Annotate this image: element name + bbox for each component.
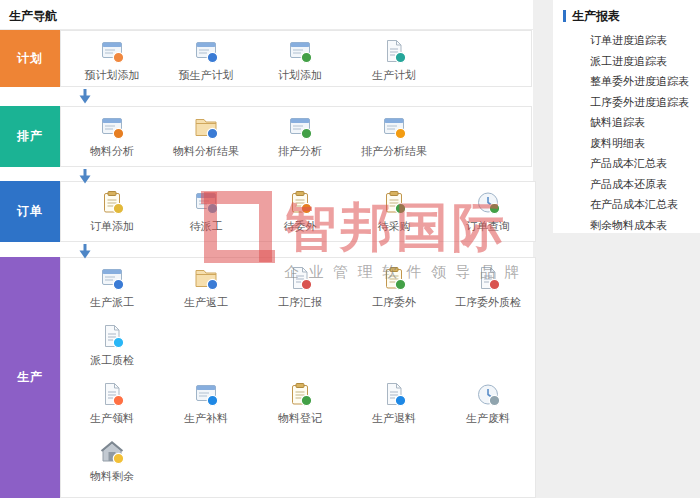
item-line: 物料剩余 [61, 432, 535, 490]
workflow-container: 计划预计划添加预生产计划计划添加生产计划排产物料分析物料分析结果排产分析排产分析… [0, 30, 533, 498]
stacked-windows-icon [193, 189, 219, 215]
nav-item-label: 物料登记 [278, 411, 322, 426]
main-area: 生产导航 计划预计划添加预生产计划计划添加生产计划排产物料分析物料分析结果排产分… [0, 0, 533, 498]
flow-gap [0, 242, 533, 257]
sidebar-title: 生产报表 [572, 8, 620, 25]
item-line: 预计划添加预生产计划计划添加生产计划 [61, 31, 531, 86]
clipboard-out-icon [287, 189, 313, 215]
sidebar-title-row: 生产报表 [553, 8, 700, 24]
report-list: 订单进度追踪表派工进度追踪表整单委外进度追踪表工序委外进度追踪表缺料追踪表废料明… [553, 30, 700, 235]
nav-item-label: 待派工 [190, 219, 223, 234]
item-line: 生产领料生产补料物料登记生产退料生产废料 [61, 374, 535, 432]
category-row-4: 生产生产派工生产返工工序汇报工序委外工序委外质检派工质检生产领料生产补料物料登记… [0, 257, 533, 498]
clipboard-reg-icon [287, 381, 313, 407]
clock-waste-icon [475, 381, 501, 407]
sidebar-accent-bar [563, 10, 566, 22]
nav-item-label: 待采购 [378, 219, 411, 234]
nav-item[interactable]: 生产废料 [441, 374, 535, 426]
nav-item[interactable]: 生产返工 [159, 258, 253, 310]
page-header: 生产导航 [0, 0, 533, 30]
report-link[interactable]: 剩余物料成本表 [553, 215, 700, 236]
category-label: 排产 [0, 106, 60, 167]
report-link[interactable]: 订单进度追踪表 [553, 30, 700, 51]
nav-item[interactable]: 计划添加 [253, 31, 347, 83]
window-pie-icon [381, 114, 407, 140]
nav-item[interactable]: 生产计划 [347, 31, 441, 83]
nav-item-label: 计划添加 [278, 68, 322, 83]
nav-item-label: 订单添加 [90, 219, 134, 234]
nav-item-label: 物料分析结果 [173, 144, 239, 159]
nav-item[interactable]: 排产分析结果 [347, 107, 441, 159]
item-line: 派工质检 [61, 316, 535, 374]
doc-return-icon [381, 381, 407, 407]
nav-item-label: 派工质检 [90, 353, 134, 368]
nav-item[interactable]: 物料登记 [253, 374, 347, 426]
nav-item-label: 生产补料 [184, 411, 228, 426]
report-sidebar: 生产报表 订单进度追踪表派工进度追踪表整单委外进度追踪表工序委外进度追踪表缺料追… [553, 0, 700, 233]
doc-shield-icon [99, 323, 125, 349]
nav-item[interactable]: 排产分析 [253, 107, 347, 159]
nav-item[interactable]: 生产派工 [65, 258, 159, 310]
nav-item[interactable]: 物料剩余 [65, 432, 159, 484]
warehouse-icon [99, 439, 125, 465]
nav-item[interactable]: 预生产计划 [159, 31, 253, 83]
clipboard-cart-icon [381, 189, 407, 215]
category-items-box: 预计划添加预生产计划计划添加生产计划 [60, 30, 532, 87]
nav-item-label: 排产分析结果 [361, 144, 427, 159]
arrow-down-icon [79, 169, 91, 184]
doc-report-icon [287, 265, 313, 291]
nav-item[interactable]: 工序汇报 [253, 258, 347, 310]
arrow-down-icon [79, 89, 91, 104]
report-link[interactable]: 产品成本还原表 [553, 174, 700, 195]
folder-chart-icon [193, 114, 219, 140]
nav-item[interactable]: 工序委外质检 [441, 258, 535, 310]
flow-gap [0, 167, 533, 181]
category-row-1: 计划预计划添加预生产计划计划添加生产计划 [0, 30, 533, 87]
window-user-icon [99, 38, 125, 64]
nav-item[interactable]: 生产退料 [347, 374, 441, 426]
window-dispatch-icon [99, 265, 125, 291]
nav-item[interactable]: 物料分析 [65, 107, 159, 159]
nav-item-label: 生产返工 [184, 295, 228, 310]
category-label: 订单 [0, 181, 60, 242]
nav-item-label: 物料分析 [90, 144, 134, 159]
window-check-icon [287, 114, 313, 140]
clock-search-icon [475, 189, 501, 215]
window-refill-icon [193, 381, 219, 407]
nav-item-label: 预计划添加 [85, 68, 140, 83]
nav-item-label: 生产派工 [90, 295, 134, 310]
report-link[interactable]: 在产品成本汇总表 [553, 194, 700, 215]
report-link[interactable]: 产品成本汇总表 [553, 153, 700, 174]
nav-item[interactable]: 预计划添加 [65, 31, 159, 83]
window-chart-icon [99, 114, 125, 140]
nav-item[interactable]: 待委外 [253, 182, 347, 234]
doc-search-icon [381, 38, 407, 64]
category-items-box: 订单添加待派工待委外待采购订单查询 [60, 181, 536, 242]
nav-item[interactable]: 待派工 [159, 182, 253, 234]
nav-item[interactable]: 生产补料 [159, 374, 253, 426]
window-search-icon [193, 38, 219, 64]
report-link[interactable]: 缺料追踪表 [553, 112, 700, 133]
nav-item[interactable]: 工序委外 [347, 258, 441, 310]
doc-pencil-icon [99, 381, 125, 407]
nav-item-label: 工序委外 [372, 295, 416, 310]
nav-item[interactable]: 生产领料 [65, 374, 159, 426]
nav-item-label: 预生产计划 [179, 68, 234, 83]
nav-item-label: 待委外 [284, 219, 317, 234]
report-link[interactable]: 废料明细表 [553, 133, 700, 154]
nav-item[interactable]: 订单查询 [441, 182, 535, 234]
nav-item-label: 工序委外质检 [455, 295, 521, 310]
flow-gap [0, 87, 533, 106]
nav-item[interactable]: 物料分析结果 [159, 107, 253, 159]
category-label: 计划 [0, 30, 60, 87]
report-link[interactable]: 工序委外进度追踪表 [553, 92, 700, 113]
report-link[interactable]: 派工进度追踪表 [553, 51, 700, 72]
nav-item[interactable]: 待采购 [347, 182, 441, 234]
page-title: 生产导航 [9, 9, 57, 23]
category-row-3: 订单订单添加待派工待委外待采购订单查询 [0, 181, 533, 242]
nav-item[interactable]: 订单添加 [65, 182, 159, 234]
doc-pin-icon [475, 265, 501, 291]
report-link[interactable]: 整单委外进度追踪表 [553, 71, 700, 92]
nav-item[interactable]: 派工质检 [65, 316, 159, 368]
category-row-2: 排产物料分析物料分析结果排产分析排产分析结果 [0, 106, 533, 167]
